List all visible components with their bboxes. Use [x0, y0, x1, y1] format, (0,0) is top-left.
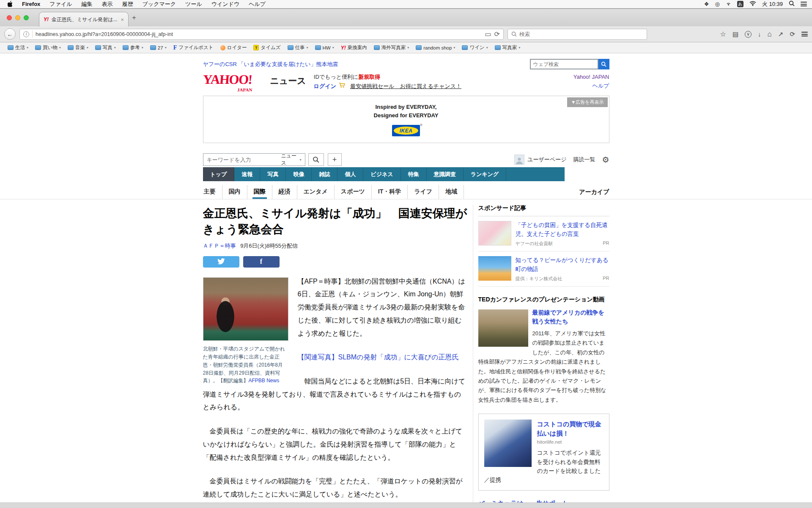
- bookmark-folder-overseas-photographers[interactable]: 海外写真家▾: [370, 44, 413, 51]
- nav-tab-poll[interactable]: 意識調査: [427, 167, 464, 181]
- sponsored-item[interactable]: 「子どもの貧困」を支援する自死遺児。支えた子どもの言葉 ヤフーの社会貢献 PR: [478, 216, 609, 251]
- sidebar-ad-vermicular[interactable]: バーミキュラは、一生サポート。 vermicular.jp 日本の技術が可能にす…: [478, 499, 609, 502]
- reload-icon[interactable]: [494, 30, 500, 38]
- nav-tab-magazine[interactable]: 雑誌: [312, 167, 337, 181]
- sponsored-item[interactable]: 知ってる？ビールがつくりだすある町の物語 提供：キリン株式会社 PR: [478, 251, 609, 287]
- yahoo-japan-link[interactable]: Yahoo! JAPAN: [573, 74, 609, 80]
- new-tab-button[interactable]: +: [132, 14, 136, 22]
- ad-title-link[interactable]: バーミキュラは、一生サポート。: [478, 499, 609, 502]
- bookmark-times[interactable]: Tタイムズ: [250, 44, 284, 51]
- downloads-icon[interactable]: [758, 30, 761, 38]
- notification-center-icon[interactable]: [801, 1, 807, 8]
- menu-history[interactable]: 履歴: [118, 0, 138, 8]
- browser-search-bar[interactable]: [508, 29, 647, 40]
- article-photo[interactable]: [203, 277, 288, 341]
- ikea-logo[interactable]: IKEA ®: [392, 125, 420, 136]
- ime-input-icon[interactable]: あ: [737, 1, 743, 7]
- bookmark-star-icon[interactable]: [720, 30, 726, 38]
- bookmarks-panel-icon[interactable]: [732, 30, 738, 38]
- subnav-international[interactable]: 国際: [247, 185, 272, 199]
- browser-search-input[interactable]: [519, 31, 643, 37]
- bookmark-folder-music[interactable]: 音楽▾: [64, 44, 92, 51]
- source-link[interactable]: ＡＦＰ＝時事: [203, 243, 236, 249]
- sync-icon[interactable]: [790, 30, 795, 38]
- back-button[interactable]: ←: [4, 28, 16, 40]
- nav-tab-video[interactable]: 映像: [286, 167, 312, 181]
- bookmark-folder-shopping[interactable]: 買い物▾: [32, 44, 64, 51]
- subscriptions-link[interactable]: 購読一覧: [573, 156, 595, 163]
- facebook-share-button[interactable]: f: [243, 256, 280, 268]
- ad-redisplay-button[interactable]: ▼広告を再表示: [567, 97, 607, 107]
- subnav-entertainment[interactable]: エンタメ: [297, 185, 335, 199]
- menu-edit[interactable]: 編集: [77, 0, 97, 8]
- news-search-button[interactable]: [308, 153, 324, 166]
- wifi-icon[interactable]: [749, 1, 756, 7]
- share-icon[interactable]: [778, 30, 784, 38]
- bookmark-folder-photo[interactable]: 写真▾: [92, 44, 119, 51]
- ad-banner[interactable]: Inspired by EVERYDAY, Designed for EVERY…: [203, 96, 609, 143]
- bookmark-transit[interactable]: Y!乗換案内: [337, 44, 370, 51]
- minimize-window-button[interactable]: [15, 15, 20, 20]
- keyword-search-input[interactable]: [207, 157, 281, 163]
- nav-tab-ranking[interactable]: ランキング: [464, 167, 507, 181]
- creative-cloud-icon[interactable]: ◎: [715, 1, 720, 7]
- menu-view[interactable]: 表示: [97, 0, 118, 8]
- subnav-economy[interactable]: 経済: [272, 185, 297, 199]
- hotspot-icon[interactable]: [726, 1, 731, 7]
- bookmark-folder-hw[interactable]: HW▾: [312, 45, 337, 50]
- sidebar-ad-costco[interactable]: コストコの買物で現金払いは損！ hitorilife.net コストコでポイント…: [478, 414, 609, 491]
- add-search-tab-button[interactable]: +: [328, 153, 342, 166]
- bookmark-folder-life[interactable]: 生活▾: [4, 44, 32, 51]
- pocket-icon[interactable]: [745, 31, 752, 38]
- nav-tab-photo[interactable]: 写真: [260, 167, 286, 181]
- zoom-window-button[interactable]: [24, 15, 29, 20]
- user-page-link[interactable]: ユーザーページ: [514, 155, 566, 165]
- nav-tab-flash[interactable]: 速報: [234, 167, 260, 181]
- subnav-life[interactable]: ライフ: [408, 185, 439, 199]
- sponsored-title[interactable]: 「子どもの貧困」を支援する自死遺児。支えた子どもの言葉: [516, 221, 609, 238]
- bookmark-folder-wine[interactable]: ワイン▾: [458, 44, 491, 51]
- reader-mode-icon[interactable]: [485, 30, 491, 38]
- subnav-domestic[interactable]: 国内: [222, 185, 247, 199]
- bookmark-folder-work[interactable]: 仕事▾: [284, 44, 312, 51]
- twitter-share-button[interactable]: [203, 256, 239, 268]
- subnav-sports[interactable]: スポーツ: [335, 185, 372, 199]
- afpbb-link[interactable]: AFPBB News: [249, 378, 280, 384]
- subnav-region[interactable]: 地域: [439, 185, 464, 199]
- menu-file[interactable]: ファイル: [45, 0, 77, 8]
- search-category-dropdown[interactable]: ニュース▾: [281, 152, 302, 167]
- spotlight-icon[interactable]: [789, 0, 795, 8]
- tab-close-icon[interactable]: ×: [121, 17, 124, 23]
- home-icon[interactable]: [768, 30, 772, 39]
- login-link[interactable]: ログイン: [314, 82, 336, 91]
- gear-icon[interactable]: [602, 155, 609, 165]
- bookmark-filepost[interactable]: Fファイルポスト: [170, 44, 217, 51]
- menu-tools[interactable]: ツール: [181, 0, 207, 8]
- close-window-button[interactable]: [7, 15, 12, 20]
- bookmark-reuters[interactable]: ロイター: [217, 44, 250, 51]
- archive-link[interactable]: アーカイブ: [579, 188, 609, 196]
- web-search-button[interactable]: [598, 59, 609, 69]
- site-info-icon[interactable]: i: [23, 31, 29, 37]
- menu-firefox[interactable]: Firefox: [17, 1, 45, 7]
- bookmark-folder-reference[interactable]: 参考▾: [119, 44, 147, 51]
- ted-thumbnail[interactable]: [478, 309, 528, 347]
- nav-tab-feature[interactable]: 特集: [401, 167, 427, 181]
- yahoo-news-logo[interactable]: YAHOO! JAPAN ニュース: [203, 73, 306, 86]
- bookmark-folder-random-shop[interactable]: random shop▾: [412, 45, 458, 50]
- dropbox-icon[interactable]: ❖: [704, 1, 709, 7]
- nav-tab-top[interactable]: トップ: [203, 167, 235, 181]
- bookmark-folder-photographers[interactable]: 写真家▾: [491, 44, 524, 51]
- sale-link[interactable]: 最安値挑戦セール お得に買えるチャンス！: [350, 82, 461, 91]
- subnav-main[interactable]: 主要: [203, 185, 222, 199]
- nav-tab-business[interactable]: ビジネス: [363, 167, 401, 181]
- signup-link[interactable]: 新規取得: [358, 74, 380, 80]
- menu-bookmarks[interactable]: ブックマーク: [138, 0, 181, 8]
- sponsored-title[interactable]: 知ってる？ビールがつくりだすある町の物語: [516, 256, 609, 273]
- menu-window[interactable]: ウインドウ: [207, 0, 244, 8]
- url-input[interactable]: [36, 31, 482, 37]
- help-link[interactable]: ヘルプ: [593, 83, 609, 89]
- browser-tab[interactable]: Y! 金正恩氏、ミサイル発射は... ×: [39, 12, 129, 27]
- apple-icon[interactable]: [8, 1, 13, 7]
- subnav-it-science[interactable]: IT・科学: [372, 185, 408, 199]
